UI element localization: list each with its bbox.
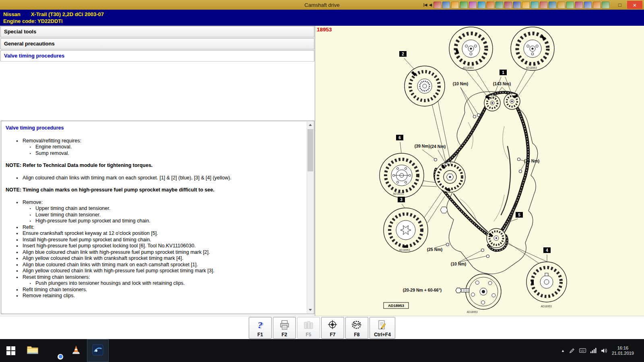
fn-key-label: F5	[305, 332, 311, 337]
edit-document-icon	[377, 318, 388, 332]
settings-icon[interactable]	[584, 2, 592, 8]
timing-chain-diagram: AD18953 (10 Nm)(143 Nm)(39 Nm)(24 Nm)(24…	[315, 26, 644, 316]
nav-item-special-tools[interactable]: Special tools	[0, 26, 314, 37]
windows-logo-icon	[6, 346, 15, 355]
mail-icon[interactable]	[504, 2, 512, 8]
part-ref-label: AD18953	[526, 66, 537, 69]
bullet-icon: ▪	[30, 144, 35, 150]
fn-ctrl-f4-button[interactable]: Ctrl+F4	[369, 317, 395, 339]
card-icon[interactable]	[557, 2, 565, 8]
vertical-scrollbar[interactable]	[307, 121, 314, 313]
torque-label: (143 Nm)	[493, 81, 511, 86]
monitor-icon[interactable]	[451, 2, 459, 8]
svg-text:5: 5	[518, 213, 520, 217]
clipboard-icon[interactable]	[575, 2, 583, 8]
bullet-icon: ●	[16, 293, 23, 299]
content-bullet: ●Align blue coloured chain link with hig…	[16, 249, 303, 256]
taskbar-chrome[interactable]	[43, 339, 65, 362]
content-bullet: ●Removal/refitting requires:	[16, 138, 303, 144]
scroll-down-button[interactable]	[307, 306, 314, 313]
wrench-icon[interactable]	[540, 2, 547, 8]
nav-back-icon[interactable]: ◀	[429, 2, 432, 8]
nav-first-icon[interactable]: |◀	[423, 2, 427, 8]
torque-label: (25 Nm)	[427, 247, 443, 252]
vehicle-model: X-Trail (T30) 2,2D dCi 2003-07	[31, 11, 104, 17]
bullet-icon: ▪	[30, 280, 35, 287]
lock-icon[interactable]	[549, 2, 556, 8]
svg-text:1: 1	[502, 70, 504, 75]
vehicle-header: NissanX-Trail (T30) 2,2D dCi 2003-07 Eng…	[0, 10, 644, 26]
bullet-text: Refit timing chain tensioners.	[23, 287, 87, 293]
chart-icon[interactable]	[495, 2, 503, 8]
scrollbar-thumb[interactable]	[308, 129, 313, 171]
content-subbullet: ▪Engine removal.	[30, 144, 303, 150]
pen-icon[interactable]	[569, 348, 575, 354]
part-ref-label: AD18953	[541, 305, 551, 308]
bullet-text: Reset timing chain tensioners:	[23, 274, 90, 281]
bullet-icon: ●	[16, 230, 23, 237]
fn-f2-button[interactable]: F2	[273, 317, 296, 339]
taskbar-workshop-app[interactable]	[87, 339, 109, 362]
nav-item-general-precautions[interactable]: General precautions	[0, 38, 314, 49]
left-pane: Special toolsGeneral precautionsValve ti…	[0, 26, 315, 316]
bullet-icon: ▪	[30, 206, 35, 212]
start-button[interactable]	[0, 339, 22, 362]
taskbar-vlc[interactable]	[65, 339, 87, 362]
taskbar-clock[interactable]: 16:16 21.01.2019	[612, 346, 634, 356]
engine-code: Engine code: YD22DDTi	[3, 18, 641, 25]
fn-key-label: F2	[281, 332, 287, 337]
titlebar-toolbar: |◀◀	[423, 2, 609, 8]
network-icon[interactable]	[590, 348, 597, 353]
system-tray: ▲ 16:16 21.01.2019	[561, 339, 644, 362]
tiles-icon[interactable]	[442, 2, 450, 8]
torque-label: (39 Nm)	[415, 144, 430, 148]
bullet-text: High-pressure fuel pump sprocket and tim…	[35, 218, 151, 224]
restore-button[interactable]: □	[613, 1, 626, 9]
svg-text:2: 2	[402, 52, 404, 56]
bullet-icon: ●	[16, 237, 23, 243]
bullet-text: Sump removal.	[35, 150, 69, 157]
vehicle-brand: Nissan	[3, 11, 21, 17]
paint-icon[interactable]	[469, 2, 477, 8]
keyboard-icon[interactable]	[579, 348, 586, 353]
taskbar-file-explorer[interactable]	[22, 339, 43, 362]
figure-number: 18953	[317, 27, 332, 33]
hidden-icons-icon[interactable]: ▲	[561, 349, 565, 353]
bullet-text: Refit:	[23, 224, 34, 231]
bullet-icon: ●	[16, 268, 23, 274]
fn-key-label: Ctrl+F4	[374, 332, 391, 337]
bullet-icon: ●	[16, 255, 23, 262]
content-bullet: ●Align yellow coloured chain link with c…	[16, 255, 303, 262]
torque-label: (10 Nm)	[451, 261, 466, 266]
content-heading: Valve timing procedures	[6, 125, 303, 132]
screen-icon[interactable]	[602, 2, 609, 8]
close-button[interactable]: ×	[627, 1, 642, 9]
disc-icon[interactable]	[478, 2, 485, 8]
warning-icon[interactable]	[433, 2, 441, 8]
tray-icons: ▲	[561, 348, 607, 354]
home-icon[interactable]	[513, 2, 521, 8]
bullet-icon: ●	[16, 287, 23, 293]
fn-f1-button[interactable]: ??F1	[249, 317, 272, 339]
svg-text:4: 4	[546, 248, 548, 253]
globe-alt-icon[interactable]	[487, 2, 494, 8]
web-icon[interactable]	[566, 2, 574, 8]
alert-icon[interactable]	[593, 2, 601, 8]
fn-f7-button[interactable]: F7	[321, 317, 344, 339]
fn-f8-button[interactable]: F8	[345, 317, 368, 339]
document-icon[interactable]	[531, 2, 539, 8]
bullet-icon: ●	[16, 249, 23, 256]
print-icon	[279, 318, 290, 332]
workshop-app-icon	[92, 344, 104, 358]
volume-icon[interactable]	[601, 348, 607, 354]
vehicle-icon[interactable]	[522, 2, 530, 8]
globe-icon[interactable]	[460, 2, 468, 8]
bullet-icon: ▪	[30, 150, 35, 157]
bullet-icon: ●	[16, 274, 23, 281]
content-note: NOTE: Refer to Technical Data module for…	[6, 162, 303, 169]
nav-item-valve-timing-procedures[interactable]: Valve timing procedures	[0, 50, 314, 62]
books-icon	[303, 318, 314, 332]
torque-label: (20-29 Nm + 60-66°)	[403, 288, 442, 292]
scroll-up-button[interactable]	[307, 121, 314, 128]
bullet-text: Install high-pressure fuel pump sprocket…	[23, 237, 151, 243]
